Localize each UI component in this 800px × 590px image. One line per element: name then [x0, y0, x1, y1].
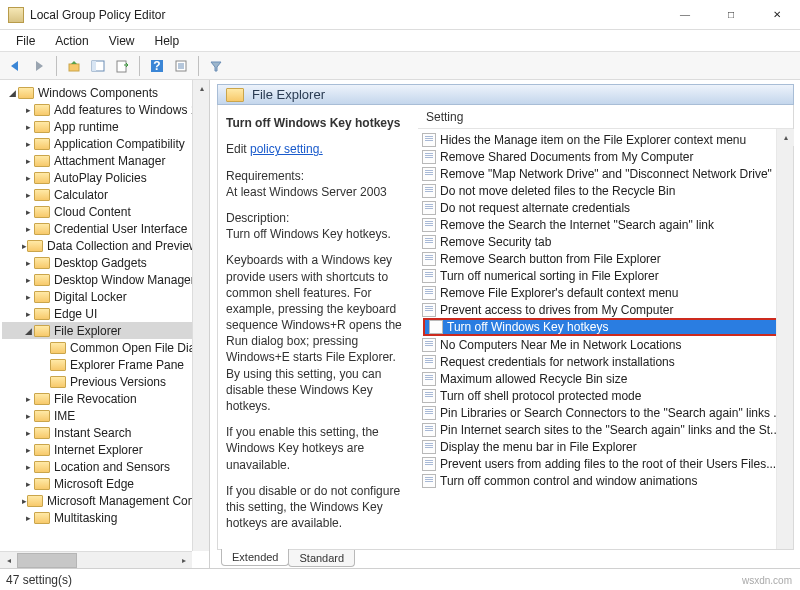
tree-child-item[interactable]: Common Open File Dialog — [2, 339, 209, 356]
policy-icon — [422, 150, 436, 164]
folder-icon — [226, 88, 244, 102]
setting-item[interactable]: Prevent access to drives from My Compute… — [422, 301, 789, 318]
tree-item[interactable]: ▸Desktop Gadgets — [2, 254, 209, 271]
menu-file[interactable]: File — [6, 31, 45, 51]
setting-item[interactable]: Turn off common control and window anima… — [422, 472, 789, 489]
show-hide-tree-button[interactable] — [87, 55, 109, 77]
settings-list[interactable]: Hides the Manage item on the File Explor… — [418, 129, 793, 491]
setting-label: Turn off Windows Key hotkeys — [447, 320, 608, 334]
tree-item[interactable]: ▸Credential User Interface — [2, 220, 209, 237]
description-panel: Turn off Windows Key hotkeys Edit policy… — [218, 105, 418, 549]
policy-icon — [422, 133, 436, 147]
tree-item[interactable]: ▸Instant Search — [2, 424, 209, 441]
scroll-left-icon[interactable]: ◂ — [0, 552, 17, 569]
up-button[interactable] — [63, 55, 85, 77]
tree-item[interactable]: ▸Microsoft Management Consol — [2, 492, 209, 509]
setting-item[interactable]: Pin Internet search sites to the "Search… — [422, 421, 789, 438]
minimize-button[interactable]: — — [662, 0, 708, 30]
tab-standard[interactable]: Standard — [288, 550, 355, 567]
policy-icon — [429, 320, 443, 334]
tree-item[interactable]: ▸Desktop Window Manager — [2, 271, 209, 288]
back-button[interactable] — [4, 55, 26, 77]
setting-item[interactable]: Prevent users from adding files to the r… — [422, 455, 789, 472]
scroll-up-icon[interactable]: ▴ — [777, 129, 794, 146]
setting-item-selected[interactable]: Turn off Windows Key hotkeys — [423, 318, 790, 336]
setting-item[interactable]: Turn off shell protocol protected mode — [422, 387, 789, 404]
tree-item[interactable]: ▸Digital Locker — [2, 288, 209, 305]
policy-icon — [422, 389, 436, 403]
description-value: Turn off Windows Key hotkeys. — [226, 227, 391, 241]
setting-item[interactable]: Request credentials for network installa… — [422, 353, 789, 370]
tree-item[interactable]: ▸Data Collection and Preview Bu — [2, 237, 209, 254]
menu-view[interactable]: View — [99, 31, 145, 51]
tree-item-label: Multitasking — [54, 511, 117, 525]
tree-item-selected[interactable]: ◢File Explorer — [2, 322, 209, 339]
setting-item[interactable]: Remove the Search the Internet "Search a… — [422, 216, 789, 233]
close-button[interactable]: ✕ — [754, 0, 800, 30]
setting-label: Remove File Explorer's default context m… — [440, 286, 678, 300]
tree-item[interactable]: ▸App runtime — [2, 118, 209, 135]
setting-item[interactable]: Remove Shared Documents from My Computer — [422, 148, 789, 165]
tab-extended[interactable]: Extended — [221, 549, 289, 566]
scroll-thumb[interactable] — [17, 553, 77, 568]
tree-child-item[interactable]: Previous Versions — [2, 373, 209, 390]
setting-label: No Computers Near Me in Network Location… — [440, 338, 681, 352]
maximize-button[interactable]: □ — [708, 0, 754, 30]
setting-item[interactable]: Remove "Map Network Drive" and "Disconne… — [422, 165, 789, 182]
setting-item[interactable]: Do not move deleted files to the Recycle… — [422, 182, 789, 199]
tree-item-label: Digital Locker — [54, 290, 127, 304]
menu-action[interactable]: Action — [45, 31, 98, 51]
setting-item[interactable]: Remove File Explorer's default context m… — [422, 284, 789, 301]
tree-item[interactable]: ▸Cloud Content — [2, 203, 209, 220]
tree-child-item[interactable]: Explorer Frame Pane — [2, 356, 209, 373]
properties-button[interactable] — [170, 55, 192, 77]
app-icon — [8, 7, 24, 23]
tree-vertical-scrollbar[interactable]: ▴ — [192, 80, 209, 551]
setting-label: Do not move deleted files to the Recycle… — [440, 184, 675, 198]
tree-view[interactable]: ◢Windows Components ▸Add features to Win… — [0, 80, 209, 544]
setting-item[interactable]: No Computers Near Me in Network Location… — [422, 336, 789, 353]
setting-item[interactable]: Do not request alternate credentials — [422, 199, 789, 216]
tree-item[interactable]: ▸File Revocation — [2, 390, 209, 407]
list-header-setting[interactable]: Setting — [418, 105, 793, 129]
tree-item[interactable]: ▸Internet Explorer — [2, 441, 209, 458]
policy-setting-link[interactable]: policy setting. — [250, 142, 323, 156]
setting-item[interactable]: Pin Libraries or Search Connectors to th… — [422, 404, 789, 421]
view-tabs: Extended Standard — [217, 550, 794, 568]
tree-item[interactable]: ▸Location and Sensors — [2, 458, 209, 475]
setting-item[interactable]: Hides the Manage item on the File Explor… — [422, 131, 789, 148]
setting-label: Remove Security tab — [440, 235, 551, 249]
tree-item[interactable]: ▸IME — [2, 407, 209, 424]
export-list-button[interactable] — [111, 55, 133, 77]
tree-item[interactable]: ▸Attachment Manager — [2, 152, 209, 169]
tree-horizontal-scrollbar[interactable]: ◂ ▸ — [0, 551, 192, 568]
tree-item[interactable]: ▸Application Compatibility — [2, 135, 209, 152]
tree-item[interactable]: ▸Add features to Windows 10 — [2, 101, 209, 118]
list-vertical-scrollbar[interactable]: ▴ — [776, 129, 793, 549]
tree-item[interactable]: ▸Calculator — [2, 186, 209, 203]
tree-item-label: Cloud Content — [54, 205, 131, 219]
scroll-up-icon[interactable]: ▴ — [193, 80, 210, 97]
setting-item[interactable]: Turn off numerical sorting in File Explo… — [422, 267, 789, 284]
tree-item[interactable]: ▸Edge UI — [2, 305, 209, 322]
setting-item[interactable]: Remove Search button from File Explorer — [422, 250, 789, 267]
menu-help[interactable]: Help — [145, 31, 190, 51]
setting-item[interactable]: Maximum allowed Recycle Bin size — [422, 370, 789, 387]
tree-item-label: Desktop Window Manager — [54, 273, 195, 287]
setting-item[interactable]: Remove Security tab — [422, 233, 789, 250]
tree-item[interactable]: ▸AutoPlay Policies — [2, 169, 209, 186]
tree-item-label: App runtime — [54, 120, 119, 134]
filter-button[interactable] — [205, 55, 227, 77]
tree-item-label: Internet Explorer — [54, 443, 143, 457]
tree-item-label: Previous Versions — [70, 375, 166, 389]
tree-item[interactable]: ▸Multitasking — [2, 509, 209, 526]
forward-button[interactable] — [28, 55, 50, 77]
setting-label: Maximum allowed Recycle Bin size — [440, 372, 627, 386]
scroll-right-icon[interactable]: ▸ — [175, 552, 192, 569]
setting-item[interactable]: Display the menu bar in File Explorer — [422, 438, 789, 455]
tree-item[interactable]: ▸Microsoft Edge — [2, 475, 209, 492]
tree-root[interactable]: ◢Windows Components — [2, 84, 209, 101]
help-button[interactable]: ? — [146, 55, 168, 77]
tree-item-label: Edge UI — [54, 307, 97, 321]
description-paragraph: Keyboards with a Windows key provide use… — [226, 252, 410, 414]
